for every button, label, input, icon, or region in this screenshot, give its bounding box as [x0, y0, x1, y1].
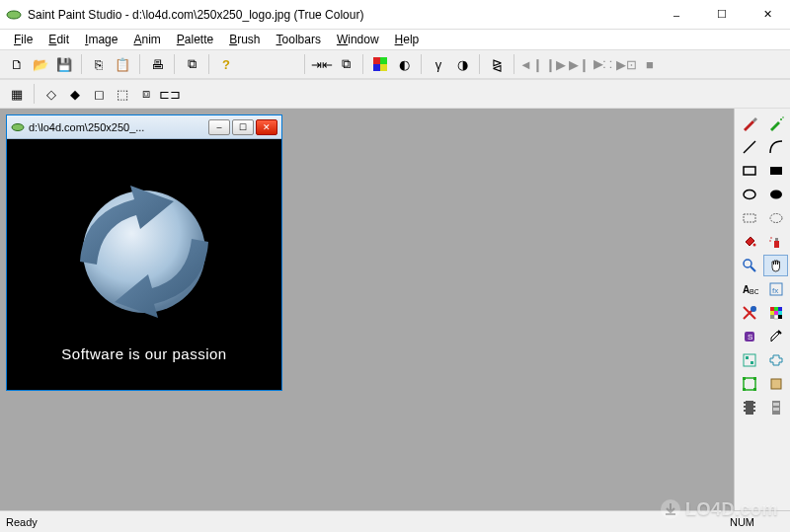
anim-prev-button[interactable]: ❙▶	[544, 53, 566, 75]
anim-stop-button[interactable]: ■	[639, 53, 661, 75]
svg-point-20	[769, 240, 771, 242]
crop-button[interactable]: ⊏⊐	[159, 83, 181, 105]
airbrush-icon[interactable]	[763, 113, 788, 134]
gamma-button[interactable]: γ	[428, 53, 449, 75]
menu-anim[interactable]: Anim	[125, 31, 168, 48]
layers-button[interactable]: ⧎	[486, 53, 508, 75]
svg-text:fx: fx	[772, 286, 778, 295]
text-icon[interactable]: ABC	[737, 278, 761, 300]
child-window[interactable]: d:\lo4d.com\250x250_... – ☐ ✕	[6, 114, 282, 391]
anim-next-button[interactable]: ▶❙	[568, 53, 590, 75]
menu-help[interactable]: Help	[387, 31, 428, 48]
flip-h-button[interactable]: ◻	[88, 83, 110, 105]
svg-rect-17	[774, 241, 779, 248]
svg-rect-45	[743, 388, 746, 391]
menu-palette[interactable]: Palette	[169, 31, 221, 48]
svg-line-9	[744, 141, 755, 153]
menu-file[interactable]: File	[6, 31, 40, 48]
svg-rect-47	[771, 379, 781, 389]
svg-rect-50	[744, 406, 746, 408]
zoom-icon[interactable]	[737, 255, 761, 276]
new-button[interactable]: 🗋	[6, 53, 28, 75]
color-grid-icon[interactable]	[763, 302, 788, 324]
svg-rect-56	[773, 403, 779, 406]
region-icon[interactable]	[737, 373, 761, 395]
separator	[34, 84, 35, 104]
svg-rect-35	[774, 315, 778, 319]
separator	[304, 54, 305, 74]
save-button[interactable]: 💾	[53, 53, 75, 75]
paintbrush-icon[interactable]	[737, 113, 761, 134]
menu-brush[interactable]: Brush	[221, 31, 268, 48]
copy-button[interactable]: ⎘	[88, 53, 110, 75]
rotate-ccw-button[interactable]: ◇	[40, 83, 62, 105]
pattern-icon[interactable]	[737, 349, 761, 371]
svg-rect-32	[774, 311, 778, 315]
spray-icon[interactable]	[763, 231, 788, 253]
picker-icon[interactable]	[763, 326, 788, 347]
svg-rect-51	[744, 410, 746, 412]
invert-button[interactable]: ◑	[451, 53, 473, 75]
minimize-button[interactable]: –	[654, 0, 699, 29]
separator	[139, 54, 140, 74]
close-button[interactable]: ✕	[745, 0, 790, 29]
paste-button[interactable]: 📋	[112, 53, 133, 75]
colors-button[interactable]	[369, 53, 391, 75]
menu-image[interactable]: Image	[77, 31, 125, 48]
fill-icon[interactable]	[737, 231, 761, 253]
maximize-button[interactable]: ☐	[699, 0, 745, 29]
resize-button[interactable]: ⧈	[135, 83, 157, 105]
filled-ellipse-icon[interactable]	[763, 184, 788, 205]
svg-rect-4	[380, 64, 387, 71]
select-rect-icon[interactable]	[737, 207, 761, 229]
child-controls: – ☐ ✕	[208, 119, 281, 135]
filled-rectangle-icon[interactable]	[763, 160, 788, 182]
svg-point-16	[752, 244, 755, 247]
tile-button[interactable]: ⧉	[335, 53, 356, 75]
svg-rect-40	[746, 356, 749, 359]
anim-first-button[interactable]: ◄❙	[520, 53, 542, 75]
canvas[interactable]: Software is our passion	[7, 139, 281, 390]
stamp-icon[interactable]: S	[737, 326, 761, 347]
hand-icon[interactable]	[763, 255, 788, 276]
plugin-icon[interactable]	[763, 349, 788, 371]
fx-icon[interactable]: fx	[763, 278, 788, 300]
clone-button[interactable]: ⧉	[181, 53, 202, 75]
curve-icon[interactable]	[763, 136, 788, 158]
contrast-button[interactable]: ◐	[393, 53, 415, 75]
menu-toolbars[interactable]: Toolbars	[269, 31, 329, 48]
menu-window[interactable]: Window	[329, 31, 387, 48]
svg-rect-41	[750, 361, 753, 364]
grid-button[interactable]: ▦	[6, 83, 28, 105]
child-close-button[interactable]: ✕	[256, 119, 277, 135]
separator	[362, 54, 363, 74]
svg-point-27	[750, 306, 756, 312]
open-button[interactable]: 📂	[30, 53, 51, 75]
film2-icon[interactable]	[763, 397, 788, 418]
erase-color-icon[interactable]	[737, 302, 761, 324]
menu-edit[interactable]: Edit	[40, 31, 77, 48]
svg-rect-30	[778, 307, 782, 311]
child-minimize-button[interactable]: –	[208, 119, 230, 135]
svg-point-0	[7, 11, 21, 19]
crop-icon[interactable]	[763, 373, 788, 395]
svg-rect-28	[770, 307, 774, 311]
line-icon[interactable]	[737, 136, 761, 158]
child-maximize-button[interactable]: ☐	[232, 119, 254, 135]
separator	[208, 54, 209, 74]
anim-last-button[interactable]: ▶⸬	[592, 53, 613, 75]
film-icon[interactable]	[737, 397, 761, 418]
svg-point-12	[744, 190, 755, 199]
print-button[interactable]: 🖶	[146, 53, 168, 75]
child-titlebar[interactable]: d:\lo4d.com\250x250_... – ☐ ✕	[7, 115, 281, 139]
anim-play-button[interactable]: ▶⊡	[615, 53, 637, 75]
separator	[514, 54, 514, 74]
ellipse-icon[interactable]	[737, 184, 761, 205]
select-ellipse-icon[interactable]	[763, 207, 788, 229]
help-button[interactable]: ?	[215, 53, 237, 75]
svg-rect-48	[746, 401, 753, 415]
rectangle-icon[interactable]	[737, 160, 761, 182]
fit-button[interactable]: ⇥⇤	[311, 53, 333, 75]
rotate-cw-button[interactable]: ◆	[64, 83, 86, 105]
flip-v-button[interactable]: ⬚	[112, 83, 133, 105]
